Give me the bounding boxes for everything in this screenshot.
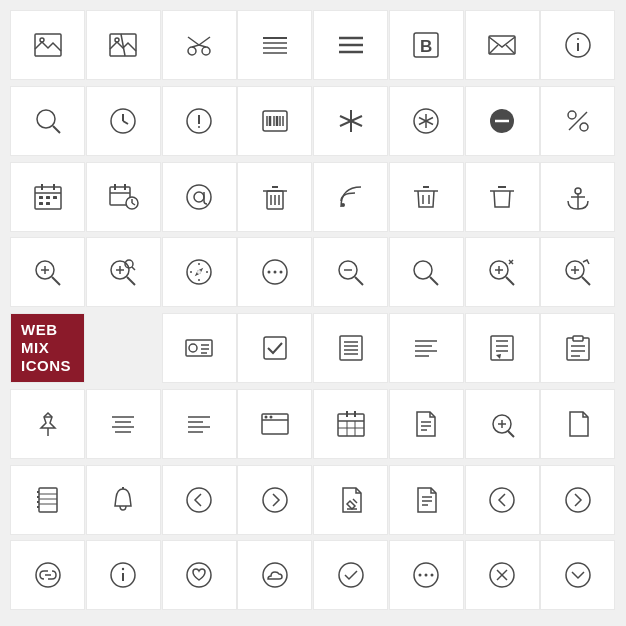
svg-line-30 — [123, 121, 128, 124]
minus-circle-icon-cell — [465, 86, 540, 156]
chevron-down-circle-icon-cell — [540, 540, 615, 610]
notebook-icon — [32, 484, 64, 516]
pin-icon — [32, 408, 64, 440]
check-circle-icon-cell — [313, 540, 388, 610]
svg-point-192 — [490, 488, 514, 512]
svg-line-90 — [52, 277, 60, 285]
window-icon-cell — [237, 389, 312, 459]
svg-rect-130 — [340, 336, 362, 360]
checkbox-icon-cell — [237, 313, 312, 383]
dots-circle-icon-cell — [389, 540, 464, 610]
svg-point-200 — [263, 563, 287, 587]
info-circle-icon-cell — [540, 10, 615, 80]
menu-icon-cell — [313, 10, 388, 80]
email-icon — [486, 29, 518, 61]
x-circle-icon — [486, 559, 518, 591]
svg-rect-20 — [489, 36, 515, 54]
info-circle2-icon — [107, 559, 139, 591]
svg-rect-139 — [491, 336, 513, 360]
checkbox-icon — [259, 332, 291, 364]
svg-text:B: B — [420, 37, 432, 56]
cloud-circle-icon-cell — [237, 540, 312, 610]
svg-point-185 — [187, 488, 211, 512]
trash2-icon-cell — [389, 162, 464, 232]
arrow-left-circle-icon — [183, 484, 215, 516]
svg-point-124 — [189, 344, 197, 352]
list-icon — [259, 29, 291, 61]
barcode-icon-cell — [237, 86, 312, 156]
svg-point-6 — [202, 47, 210, 55]
email-icon-cell — [465, 10, 540, 80]
calendar2-icon — [335, 408, 367, 440]
svg-line-110 — [355, 277, 363, 285]
arrow-right-circle-icon-cell — [237, 465, 312, 535]
barcode-icon — [259, 105, 291, 137]
dots-circle-icon — [410, 559, 442, 591]
image-icon — [32, 29, 64, 61]
svg-point-84 — [575, 188, 581, 194]
anchor-icon-cell — [540, 162, 615, 232]
svg-rect-57 — [39, 196, 43, 199]
trash-icon — [259, 181, 291, 213]
svg-rect-61 — [46, 202, 50, 205]
svg-line-22 — [506, 45, 515, 54]
calendar-icon-cell — [10, 162, 85, 232]
at-sign-icon — [183, 181, 215, 213]
svg-point-33 — [198, 126, 200, 128]
clock-icon — [107, 105, 139, 137]
asterisk-circle-icon — [410, 105, 442, 137]
svg-point-203 — [419, 574, 422, 577]
link-icon — [32, 559, 64, 591]
bell-icon — [107, 484, 139, 516]
info-circle-icon — [562, 29, 594, 61]
checklist-icon — [335, 332, 367, 364]
svg-point-25 — [577, 38, 579, 40]
percent-icon — [562, 105, 594, 137]
icon-grid: B — [10, 10, 616, 616]
text-left-icon — [410, 332, 442, 364]
info-circle2-icon-cell — [86, 540, 161, 610]
anchor-icon — [562, 181, 594, 213]
svg-point-70 — [194, 192, 204, 202]
chevron-down-circle-icon — [562, 559, 594, 591]
calendar-clock-icon-cell — [86, 162, 161, 232]
svg-line-9 — [192, 45, 199, 47]
svg-point-1 — [40, 38, 44, 42]
svg-point-50 — [568, 111, 576, 119]
pen-doc-icon-cell — [389, 465, 464, 535]
calendar2-icon-cell — [313, 389, 388, 459]
zoom-search-icon-cell — [86, 237, 161, 307]
zoom-up-icon-cell — [540, 237, 615, 307]
svg-point-77 — [341, 203, 345, 207]
svg-point-193 — [566, 488, 590, 512]
list-icon-cell — [237, 10, 312, 80]
document-blank-icon — [562, 408, 594, 440]
heart-circle-icon-cell — [162, 540, 237, 610]
lines-left-icon — [183, 408, 215, 440]
svg-point-26 — [37, 110, 55, 128]
svg-point-51 — [580, 123, 588, 131]
dots-icon — [259, 256, 291, 288]
svg-point-198 — [122, 568, 124, 570]
web-mix-icons-label: WEB MIX ICONS — [10, 313, 85, 383]
zoom-up-icon — [562, 256, 594, 288]
document-blank-icon-cell — [540, 389, 615, 459]
bold-icon: B — [410, 29, 442, 61]
svg-line-21 — [489, 45, 498, 54]
clock-icon-cell — [86, 86, 161, 156]
at-sign-icon-cell — [162, 162, 237, 232]
svg-point-161 — [269, 415, 272, 418]
svg-rect-60 — [39, 202, 43, 205]
trash-icon-cell — [237, 162, 312, 232]
svg-point-209 — [566, 563, 590, 587]
svg-point-201 — [339, 563, 363, 587]
text-left-icon-cell — [389, 313, 464, 383]
checklist-icon-cell — [313, 313, 388, 383]
clipboard-icon — [562, 332, 594, 364]
svg-rect-58 — [46, 196, 50, 199]
image-broken-icon — [107, 29, 139, 61]
svg-line-187 — [353, 499, 357, 503]
chevron-left-circle-icon-cell — [465, 465, 540, 535]
svg-rect-59 — [53, 196, 57, 199]
warning-circle-icon — [183, 105, 215, 137]
